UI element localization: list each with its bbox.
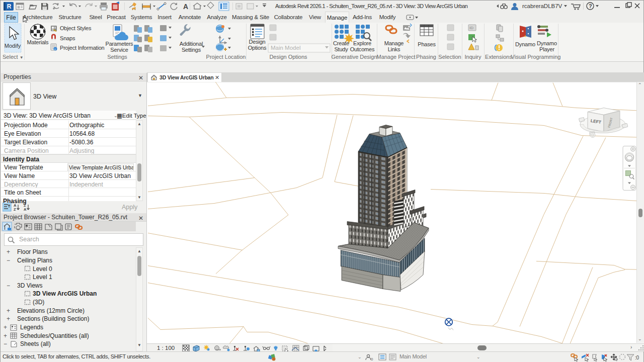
svg-text:Z: Z — [14, 207, 16, 212]
svg-text:Snaps: Snaps — [60, 35, 75, 41]
svg-text:Main Model: Main Model — [271, 45, 300, 51]
svg-text:A: A — [24, 207, 27, 212]
svg-text:Object Styles: Object Styles — [60, 25, 92, 31]
svg-text::0: :0 — [635, 355, 639, 360]
svg-text:ID: ID — [469, 26, 473, 30]
svg-text:?: ? — [589, 3, 592, 9]
svg-text:0: 0 — [371, 357, 373, 361]
svg-text:A: A — [183, 3, 188, 11]
svg-text:Modify: Modify — [5, 43, 21, 49]
svg-text:R: R — [7, 3, 12, 10]
svg-text:Materials: Materials — [27, 39, 49, 45]
svg-text:rcabreraDLB7V: rcabreraDLB7V — [522, 3, 562, 9]
